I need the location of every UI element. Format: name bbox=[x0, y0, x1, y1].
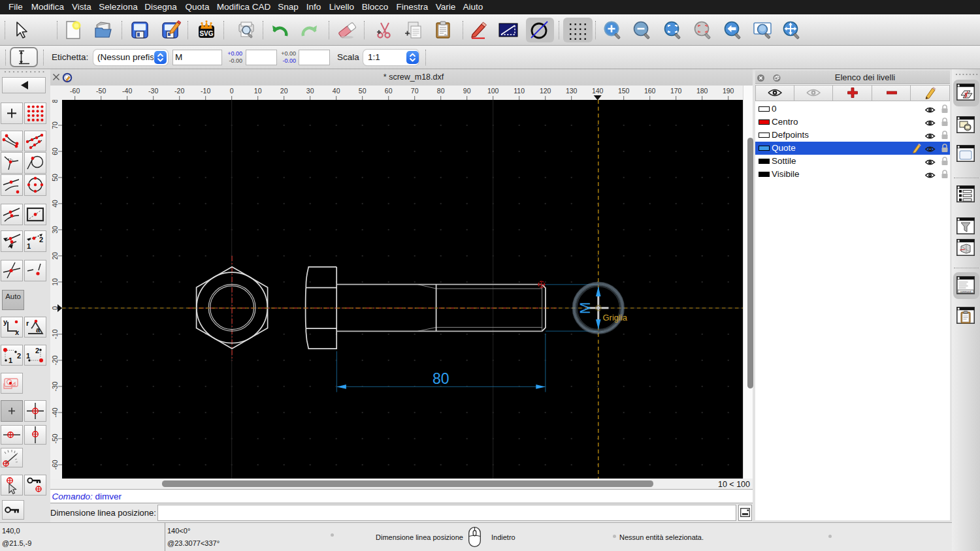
svg-text:-50: -50 bbox=[51, 433, 59, 443]
svg-text:70: 70 bbox=[411, 87, 419, 95]
svg-text:40: 40 bbox=[51, 200, 59, 208]
svg-text:y: y bbox=[3, 318, 8, 326]
svg-text:130: 130 bbox=[566, 87, 578, 95]
svg-text:20: 20 bbox=[51, 252, 59, 260]
svg-text:0: 0 bbox=[230, 87, 234, 95]
svg-text:a: a bbox=[36, 326, 41, 334]
svg-text:50: 50 bbox=[359, 87, 367, 95]
svg-text:1: 1 bbox=[26, 352, 30, 360]
svg-text:60: 60 bbox=[51, 148, 59, 155]
svg-text:-10: -10 bbox=[201, 87, 210, 95]
svg-text:Auto: Auto bbox=[5, 292, 21, 300]
svg-text:command: command bbox=[960, 291, 972, 293]
svg-text:-30: -30 bbox=[148, 87, 158, 95]
svg-text:50: 50 bbox=[51, 174, 59, 181]
svg-text:-30: -30 bbox=[51, 381, 59, 391]
svg-text:-50: -50 bbox=[96, 87, 106, 95]
svg-text:Griglia: Griglia bbox=[603, 313, 628, 323]
svg-text:M: M bbox=[577, 302, 593, 314]
svg-text:70: 70 bbox=[51, 121, 59, 129]
svg-text:80: 80 bbox=[433, 370, 449, 387]
svg-text:1: 1 bbox=[27, 242, 31, 250]
svg-text:-20: -20 bbox=[174, 87, 184, 95]
svg-text:80: 80 bbox=[51, 100, 59, 103]
svg-text:-10: -10 bbox=[51, 329, 59, 339]
svg-text:60: 60 bbox=[385, 87, 393, 95]
svg-text:10: 10 bbox=[51, 278, 59, 286]
svg-text:180: 180 bbox=[696, 87, 708, 95]
svg-text:SVG: SVG bbox=[199, 30, 213, 37]
svg-text:-40: -40 bbox=[122, 87, 132, 95]
svg-text:110: 110 bbox=[514, 87, 525, 95]
svg-text:30: 30 bbox=[306, 87, 314, 95]
svg-text:10: 10 bbox=[254, 87, 262, 95]
svg-text:-20: -20 bbox=[51, 355, 59, 365]
svg-text:-60: -60 bbox=[70, 87, 80, 95]
svg-text:-40: -40 bbox=[51, 407, 59, 417]
svg-text:20: 20 bbox=[280, 87, 288, 95]
svg-text:170: 170 bbox=[670, 87, 682, 95]
svg-text:40: 40 bbox=[333, 87, 340, 95]
svg-text:140: 140 bbox=[592, 87, 604, 95]
svg-text:120: 120 bbox=[540, 87, 551, 95]
svg-text:-60: -60 bbox=[51, 460, 59, 469]
svg-text:150: 150 bbox=[618, 87, 630, 95]
svg-text:x: x bbox=[15, 328, 20, 336]
svg-text:r: r bbox=[26, 319, 29, 327]
svg-text:80: 80 bbox=[437, 87, 445, 95]
svg-text:2: 2 bbox=[35, 347, 39, 354]
svg-text:90: 90 bbox=[463, 87, 471, 95]
svg-text:2: 2 bbox=[17, 352, 21, 360]
svg-text:1: 1 bbox=[8, 356, 12, 364]
svg-text:100: 100 bbox=[487, 87, 499, 95]
svg-text:160: 160 bbox=[644, 87, 656, 95]
svg-text:30: 30 bbox=[51, 226, 59, 234]
svg-text:2: 2 bbox=[39, 236, 43, 244]
svg-text:0: 0 bbox=[51, 306, 59, 310]
svg-text:190: 190 bbox=[723, 87, 734, 95]
